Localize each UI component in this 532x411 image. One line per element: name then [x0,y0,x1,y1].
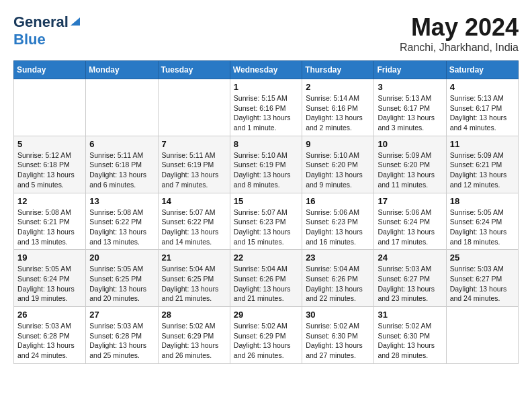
calendar-header-row: Sunday Monday Tuesday Wednesday Thursday… [14,61,519,79]
day-number: 25 [450,253,515,263]
day-number: 6 [89,139,154,149]
day-info: Sunrise: 5:06 AMSunset: 6:23 PMDaylight:… [306,208,370,247]
col-saturday: Saturday [446,61,518,79]
calendar-cell: 11Sunrise: 5:09 AMSunset: 6:21 PMDayligh… [446,136,518,193]
day-number: 15 [234,196,298,206]
col-wednesday: Wednesday [230,61,302,79]
day-number: 1 [234,82,298,92]
calendar-cell: 22Sunrise: 5:04 AMSunset: 6:26 PMDayligh… [230,250,302,307]
logo-arrow-icon [69,15,81,30]
calendar-cell: 5Sunrise: 5:12 AMSunset: 6:18 PMDaylight… [14,136,86,193]
day-number: 27 [89,310,154,320]
day-info: Sunrise: 5:03 AMSunset: 6:27 PMDaylight:… [378,264,442,304]
day-info: Sunrise: 5:04 AMSunset: 6:25 PMDaylight:… [162,264,226,304]
header: General Blue May 2024 Ranchi, Jharkhand,… [13,13,519,54]
day-info: Sunrise: 5:15 AMSunset: 6:16 PMDaylight:… [234,93,298,133]
day-info: Sunrise: 5:12 AMSunset: 6:18 PMDaylight:… [17,150,82,190]
logo-blue: Blue [13,31,46,48]
calendar-cell [86,79,158,136]
day-number: 11 [450,139,515,149]
calendar-cell: 29Sunrise: 5:02 AMSunset: 6:29 PMDayligh… [230,307,302,364]
calendar: Sunday Monday Tuesday Wednesday Thursday… [13,60,519,364]
day-number: 18 [450,196,515,206]
day-number: 19 [17,253,82,263]
day-info: Sunrise: 5:10 AMSunset: 6:19 PMDaylight:… [234,150,298,190]
calendar-cell: 21Sunrise: 5:04 AMSunset: 6:25 PMDayligh… [158,250,230,307]
day-number: 3 [378,82,442,92]
calendar-cell: 8Sunrise: 5:10 AMSunset: 6:19 PMDaylight… [230,136,302,193]
calendar-week-5: 26Sunrise: 5:03 AMSunset: 6:28 PMDayligh… [14,307,519,364]
day-info: Sunrise: 5:04 AMSunset: 6:26 PMDaylight:… [306,264,370,304]
day-number: 8 [234,139,298,149]
title-area: May 2024 Ranchi, Jharkhand, India [400,13,519,54]
day-info: Sunrise: 5:04 AMSunset: 6:26 PMDaylight:… [234,264,298,304]
day-number: 31 [378,310,442,320]
day-number: 4 [450,82,515,92]
day-info: Sunrise: 5:02 AMSunset: 6:29 PMDaylight:… [234,321,298,361]
day-number: 7 [162,139,226,149]
calendar-cell: 6Sunrise: 5:11 AMSunset: 6:18 PMDaylight… [86,136,158,193]
day-number: 29 [234,310,298,320]
calendar-cell: 17Sunrise: 5:06 AMSunset: 6:24 PMDayligh… [374,193,446,250]
calendar-cell: 10Sunrise: 5:09 AMSunset: 6:20 PMDayligh… [374,136,446,193]
col-monday: Monday [86,61,158,79]
col-friday: Friday [374,61,446,79]
calendar-week-3: 12Sunrise: 5:08 AMSunset: 6:21 PMDayligh… [14,193,519,250]
calendar-week-2: 5Sunrise: 5:12 AMSunset: 6:18 PMDaylight… [14,136,519,193]
day-info: Sunrise: 5:07 AMSunset: 6:23 PMDaylight:… [234,208,298,247]
day-info: Sunrise: 5:13 AMSunset: 6:17 PMDaylight:… [450,93,515,133]
day-info: Sunrise: 5:05 AMSunset: 6:24 PMDaylight:… [17,264,82,304]
calendar-cell: 25Sunrise: 5:03 AMSunset: 6:27 PMDayligh… [446,250,518,307]
day-number: 30 [306,310,370,320]
calendar-cell: 1Sunrise: 5:15 AMSunset: 6:16 PMDaylight… [230,79,302,136]
day-info: Sunrise: 5:03 AMSunset: 6:28 PMDaylight:… [17,321,82,361]
day-number: 17 [378,196,442,206]
calendar-cell: 28Sunrise: 5:02 AMSunset: 6:29 PMDayligh… [158,307,230,364]
day-info: Sunrise: 5:10 AMSunset: 6:20 PMDaylight:… [306,150,370,190]
page-subtitle: Ranchi, Jharkhand, India [400,42,519,54]
calendar-cell: 31Sunrise: 5:02 AMSunset: 6:30 PMDayligh… [374,307,446,364]
calendar-cell [446,307,518,364]
calendar-cell [158,79,230,136]
calendar-week-1: 1Sunrise: 5:15 AMSunset: 6:16 PMDaylight… [14,79,519,136]
day-number: 9 [306,139,370,149]
page-title: May 2024 [400,13,519,42]
day-number: 21 [162,253,226,263]
day-number: 20 [89,253,154,263]
calendar-cell: 30Sunrise: 5:02 AMSunset: 6:30 PMDayligh… [302,307,374,364]
svg-marker-0 [71,17,80,26]
calendar-cell: 4Sunrise: 5:13 AMSunset: 6:17 PMDaylight… [446,79,518,136]
day-number: 23 [306,253,370,263]
day-number: 26 [17,310,82,320]
day-number: 10 [378,139,442,149]
day-info: Sunrise: 5:02 AMSunset: 6:29 PMDaylight:… [162,321,226,361]
calendar-cell: 14Sunrise: 5:07 AMSunset: 6:22 PMDayligh… [158,193,230,250]
day-number: 28 [162,310,226,320]
calendar-cell: 13Sunrise: 5:08 AMSunset: 6:22 PMDayligh… [86,193,158,250]
day-number: 16 [306,196,370,206]
day-number: 22 [234,253,298,263]
day-info: Sunrise: 5:14 AMSunset: 6:16 PMDaylight:… [306,93,370,133]
calendar-cell: 7Sunrise: 5:11 AMSunset: 6:19 PMDaylight… [158,136,230,193]
col-thursday: Thursday [302,61,374,79]
day-info: Sunrise: 5:08 AMSunset: 6:21 PMDaylight:… [17,208,82,247]
calendar-cell: 2Sunrise: 5:14 AMSunset: 6:16 PMDaylight… [302,79,374,136]
day-number: 12 [17,196,82,206]
col-tuesday: Tuesday [158,61,230,79]
day-info: Sunrise: 5:07 AMSunset: 6:22 PMDaylight:… [162,208,226,247]
day-info: Sunrise: 5:02 AMSunset: 6:30 PMDaylight:… [306,321,370,361]
day-info: Sunrise: 5:02 AMSunset: 6:30 PMDaylight:… [378,321,442,361]
calendar-cell: 3Sunrise: 5:13 AMSunset: 6:17 PMDaylight… [374,79,446,136]
day-info: Sunrise: 5:05 AMSunset: 6:25 PMDaylight:… [89,264,154,304]
day-info: Sunrise: 5:03 AMSunset: 6:28 PMDaylight:… [89,321,154,361]
calendar-cell: 19Sunrise: 5:05 AMSunset: 6:24 PMDayligh… [14,250,86,307]
col-sunday: Sunday [14,61,86,79]
calendar-cell: 24Sunrise: 5:03 AMSunset: 6:27 PMDayligh… [374,250,446,307]
calendar-cell: 16Sunrise: 5:06 AMSunset: 6:23 PMDayligh… [302,193,374,250]
day-number: 24 [378,253,442,263]
day-info: Sunrise: 5:11 AMSunset: 6:18 PMDaylight:… [89,150,154,190]
logo-general: General [13,13,69,31]
calendar-week-4: 19Sunrise: 5:05 AMSunset: 6:24 PMDayligh… [14,250,519,307]
calendar-cell [14,79,86,136]
calendar-cell: 9Sunrise: 5:10 AMSunset: 6:20 PMDaylight… [302,136,374,193]
